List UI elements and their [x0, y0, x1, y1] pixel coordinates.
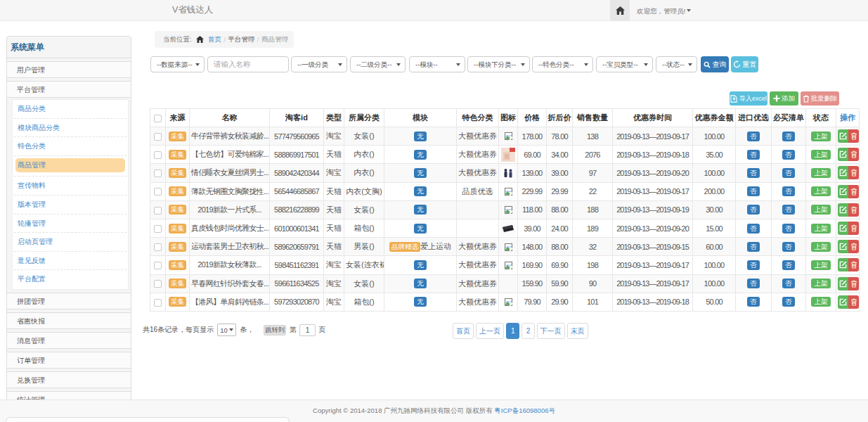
page-button-下一页[interactable]: 下一页	[537, 323, 565, 339]
delete-button[interactable]	[848, 222, 859, 235]
sidebar-item-平台管理[interactable]: 平台管理	[7, 81, 131, 98]
page-number-input[interactable]	[299, 324, 316, 336]
filter-select-category1[interactable]: --一级分类	[291, 56, 347, 72]
imported-badge[interactable]: 否	[747, 205, 760, 215]
page-button-上一页[interactable]: 上一页	[476, 323, 504, 339]
delete-button[interactable]	[848, 203, 859, 217]
filter-select-data-source[interactable]: --数据来源--	[150, 56, 205, 72]
select-all-checkbox[interactable]	[154, 115, 162, 122]
imported-badge[interactable]: 否	[747, 260, 760, 270]
imported-badge[interactable]: 否	[747, 132, 760, 141]
imported-badge[interactable]: 否	[747, 297, 760, 307]
edit-button[interactable]	[838, 222, 848, 235]
status-badge[interactable]: 上架	[811, 224, 831, 234]
row-checkbox[interactable]	[154, 243, 162, 251]
sidebar-subitem-宣传物料[interactable]: 宣传物料	[14, 177, 127, 196]
delete-button[interactable]	[848, 240, 859, 253]
status-badge[interactable]: 上架	[811, 260, 831, 270]
jump-to-button[interactable]: 跳转到	[264, 325, 286, 335]
delete-button[interactable]	[848, 185, 859, 198]
row-checkbox[interactable]	[154, 188, 162, 196]
must-buy-badge[interactable]: 否	[782, 186, 796, 196]
sidebar-subitem-平台配置[interactable]: 平台配置	[14, 270, 127, 289]
must-buy-badge[interactable]: 否	[782, 150, 796, 160]
delete-button[interactable]	[848, 148, 859, 161]
edit-button[interactable]	[838, 185, 848, 198]
per-page-select[interactable]: 10	[217, 324, 236, 336]
sidebar-item-拼团管理[interactable]: 拼团管理	[7, 293, 131, 309]
delete-button[interactable]	[848, 277, 859, 290]
sidebar-subitem-意见反馈[interactable]: 意见反馈	[14, 252, 127, 271]
status-badge[interactable]: 上架	[811, 186, 831, 196]
status-badge[interactable]: 上架	[811, 279, 831, 288]
imported-badge[interactable]: 否	[747, 186, 760, 196]
sidebar-subitem-版本管理[interactable]: 版本管理	[14, 196, 127, 215]
page-button-末页[interactable]: 末页	[567, 323, 588, 339]
must-buy-badge[interactable]: 否	[782, 224, 796, 234]
must-buy-badge[interactable]: 否	[782, 242, 796, 252]
filter-select-status[interactable]: --状态--	[656, 56, 697, 72]
must-buy-badge[interactable]: 否	[782, 132, 796, 141]
add-button[interactable]: 添加	[770, 91, 798, 106]
filter-select-module-sub[interactable]: --模块下分类--	[467, 56, 530, 72]
sidebar-item-兑换管理[interactable]: 兑换管理	[7, 371, 131, 388]
sidebar-item-用户管理[interactable]: 用户管理	[7, 61, 131, 78]
breadcrumb-home-link[interactable]: 首页	[208, 35, 221, 44]
reset-button[interactable]: 重置	[731, 56, 758, 72]
sidebar-subitem-特色分类[interactable]: 特色分类	[14, 137, 127, 156]
row-checkbox[interactable]	[154, 299, 162, 307]
filter-select-category2[interactable]: --二级分类--	[350, 56, 406, 72]
must-buy-badge[interactable]: 否	[782, 168, 796, 178]
must-buy-badge[interactable]: 否	[782, 205, 796, 215]
home-button[interactable]	[610, 0, 630, 21]
status-badge[interactable]: 上架	[811, 150, 831, 160]
sidebar-subitem-商品管理[interactable]: 商品管理	[14, 158, 127, 177]
page-button-首页[interactable]: 首页	[453, 323, 474, 339]
imported-badge[interactable]: 否	[747, 168, 760, 178]
edit-button[interactable]	[838, 203, 848, 217]
edit-button[interactable]	[838, 129, 848, 143]
batch-delete-button[interactable]: 批量删除	[801, 91, 839, 106]
edit-button[interactable]	[838, 277, 848, 290]
edit-button[interactable]	[838, 240, 848, 253]
sidebar-item-订单管理[interactable]: 订单管理	[7, 352, 131, 369]
delete-button[interactable]	[848, 129, 859, 143]
delete-button[interactable]	[848, 166, 859, 179]
must-buy-badge[interactable]: 否	[782, 260, 796, 270]
edit-button[interactable]	[838, 166, 848, 179]
delete-button[interactable]	[848, 295, 859, 309]
must-buy-badge[interactable]: 否	[782, 297, 796, 307]
delete-button[interactable]	[848, 258, 859, 271]
user-menu[interactable]: 欢迎您，管理员!	[637, 0, 691, 21]
sidebar-subitem-商品分类[interactable]: 商品分类	[14, 100, 127, 119]
row-checkbox[interactable]	[154, 133, 162, 141]
filter-select-feature[interactable]: --特色分类--	[532, 56, 593, 72]
filter-select-item-type[interactable]: --宝贝类型--	[596, 56, 653, 72]
sidebar-item-消息管理[interactable]: 消息管理	[7, 332, 131, 349]
must-buy-badge[interactable]: 否	[782, 279, 796, 288]
status-badge[interactable]: 上架	[811, 297, 831, 307]
sidebar-subitem-模块商品分类[interactable]: 模块商品分类	[14, 119, 127, 138]
row-checkbox[interactable]	[154, 262, 162, 269]
import-excel-button[interactable]: 导入excel	[730, 91, 767, 106]
search-button[interactable]: 查询	[701, 56, 729, 72]
page-button-1[interactable]: 1	[506, 323, 519, 339]
page-button-2[interactable]: 2	[522, 323, 535, 339]
row-checkbox[interactable]	[154, 170, 162, 177]
status-badge[interactable]: 上架	[811, 132, 831, 141]
imported-badge[interactable]: 否	[747, 279, 760, 288]
row-checkbox[interactable]	[154, 151, 162, 159]
sidebar-subitem-轮播管理[interactable]: 轮播管理	[14, 215, 127, 234]
icp-link[interactable]: 粤ICP备16098006号	[494, 407, 555, 416]
row-checkbox[interactable]	[154, 225, 162, 233]
imported-badge[interactable]: 否	[747, 242, 760, 252]
filter-select-module[interactable]: --模块--	[409, 56, 465, 72]
edit-button[interactable]	[838, 258, 848, 271]
status-badge[interactable]: 上架	[811, 168, 831, 178]
row-checkbox[interactable]	[154, 280, 162, 288]
imported-badge[interactable]: 否	[747, 224, 760, 234]
status-badge[interactable]: 上架	[811, 242, 831, 252]
row-checkbox[interactable]	[154, 207, 162, 215]
sidebar-subitem-启动页管理[interactable]: 启动页管理	[14, 233, 127, 252]
edit-button[interactable]	[838, 295, 848, 309]
